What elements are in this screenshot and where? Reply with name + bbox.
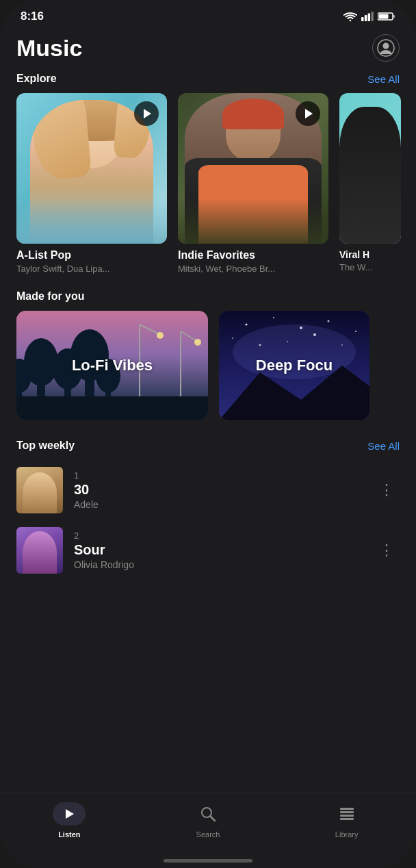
alist-subtitle: Taylor Swift, Dua Lipa... — [16, 264, 167, 274]
explore-card-viral[interactable]: Viral H The W... — [339, 93, 401, 274]
svg-point-32 — [355, 331, 356, 332]
viral-image — [339, 93, 401, 244]
explore-card-alist[interactable]: A-List Pop Taylor Swift, Dua Lipa... — [16, 93, 167, 274]
indie-title: Indie Favorites — [178, 249, 328, 261]
svg-point-12 — [157, 332, 164, 339]
svg-point-31 — [328, 320, 330, 322]
track-item-olivia[interactable]: 2 Sour Olivia Rodrigo ⋮ — [0, 520, 416, 580]
indie-play-button[interactable] — [296, 101, 320, 126]
nav-listen-label: Listen — [58, 830, 80, 839]
olivia-artist: Olivia Rodrigo — [74, 559, 363, 570]
svg-point-28 — [246, 324, 248, 326]
adele-more-button[interactable]: ⋮ — [374, 476, 400, 505]
alist-title: A-List Pop — [16, 249, 167, 261]
alist-play-button[interactable] — [134, 101, 159, 126]
page-title: Music — [16, 35, 82, 62]
explore-card-indie[interactable]: Indie Favorites Mitski, Wet, Phoebe Br..… — [178, 93, 328, 274]
nav-search[interactable]: Search — [139, 802, 278, 839]
top-weekly-see-all[interactable]: See All — [367, 440, 400, 452]
main-content: Explore See All — [0, 73, 416, 868]
olivia-album-art — [16, 527, 63, 574]
wifi-icon — [343, 12, 357, 22]
search-icon-wrap — [192, 802, 224, 826]
svg-rect-3 — [371, 12, 374, 21]
svg-rect-2 — [368, 14, 371, 22]
olivia-rank: 2 — [74, 531, 363, 541]
svg-rect-46 — [340, 818, 354, 820]
signal-icon — [361, 12, 374, 21]
svg-point-8 — [383, 43, 389, 49]
explore-title: Explore — [16, 73, 57, 85]
svg-rect-6 — [379, 14, 389, 19]
indie-image — [178, 93, 328, 244]
adele-rank: 1 — [74, 470, 363, 481]
mfy-title: Made for you — [16, 290, 85, 303]
svg-marker-40 — [66, 809, 74, 819]
olivia-track-name: Sour — [74, 542, 363, 558]
olivia-track-info: 2 Sour Olivia Rodrigo — [74, 531, 363, 570]
svg-rect-45 — [340, 815, 354, 817]
nav-search-label: Search — [196, 830, 220, 839]
adele-album-art — [16, 467, 63, 513]
status-bar: 8:16 — [0, 0, 416, 29]
top-weekly-title: Top weekly — [16, 439, 75, 452]
library-icon-wrap — [330, 802, 363, 826]
svg-point-29 — [273, 317, 274, 318]
explore-scroll: A-List Pop Taylor Swift, Dua Lipa... — [0, 93, 416, 274]
olivia-more-button[interactable]: ⋮ — [374, 536, 400, 565]
svg-rect-5 — [393, 15, 395, 18]
page-header: Music — [0, 29, 416, 73]
mfy-card-deep[interactable]: Deep Focu — [219, 311, 369, 420]
svg-rect-1 — [365, 15, 367, 21]
svg-rect-26 — [16, 396, 208, 420]
listen-play-btn — [53, 802, 86, 826]
listen-icon-wrap — [53, 802, 86, 826]
status-icons — [343, 12, 395, 22]
nav-library-label: Library — [335, 830, 359, 839]
bottom-nav: Listen Search Library — [0, 793, 416, 868]
listen-play-icon — [63, 808, 75, 820]
mfy-header: Made for you — [0, 290, 416, 311]
svg-line-42 — [211, 817, 216, 821]
svg-rect-0 — [361, 17, 364, 21]
adele-track-name: 30 — [74, 482, 363, 498]
viral-subtitle: The W... — [339, 262, 401, 272]
profile-icon — [377, 39, 395, 57]
explore-header: Explore See All — [0, 73, 416, 93]
time: 8:16 — [21, 10, 44, 23]
svg-point-33 — [232, 337, 233, 339]
profile-button[interactable] — [372, 34, 400, 62]
mfy-card-lofi[interactable]: Lo-Fi Vibes — [16, 311, 208, 420]
alist-image — [16, 93, 167, 244]
mfy-scroll: Lo-Fi Vibes — [0, 311, 416, 420]
explore-see-all[interactable]: See All — [367, 73, 400, 85]
viral-title: Viral H — [339, 249, 401, 260]
phone-frame: 8:16 Music — [0, 0, 416, 868]
adele-track-info: 1 30 Adele — [74, 470, 363, 510]
svg-rect-44 — [340, 811, 354, 813]
lofi-label: Lo-Fi Vibes — [72, 357, 153, 374]
top-weekly-header: Top weekly See All — [0, 439, 416, 460]
nav-listen[interactable]: Listen — [0, 802, 139, 839]
svg-point-15 — [194, 339, 201, 346]
battery-icon — [378, 12, 395, 21]
search-icon — [199, 805, 217, 823]
indie-subtitle: Mitski, Wet, Phoebe Br... — [178, 264, 328, 274]
top-weekly: Top weekly See All 1 30 Adele ⋮ — [0, 439, 416, 580]
adele-artist: Adele — [74, 499, 363, 510]
nav-library[interactable]: Library — [277, 802, 416, 839]
deep-label: Deep Focu — [256, 357, 333, 374]
home-indicator — [164, 859, 252, 863]
track-item-adele[interactable]: 1 30 Adele ⋮ — [0, 460, 416, 520]
svg-rect-43 — [340, 808, 354, 810]
library-icon — [338, 805, 356, 823]
